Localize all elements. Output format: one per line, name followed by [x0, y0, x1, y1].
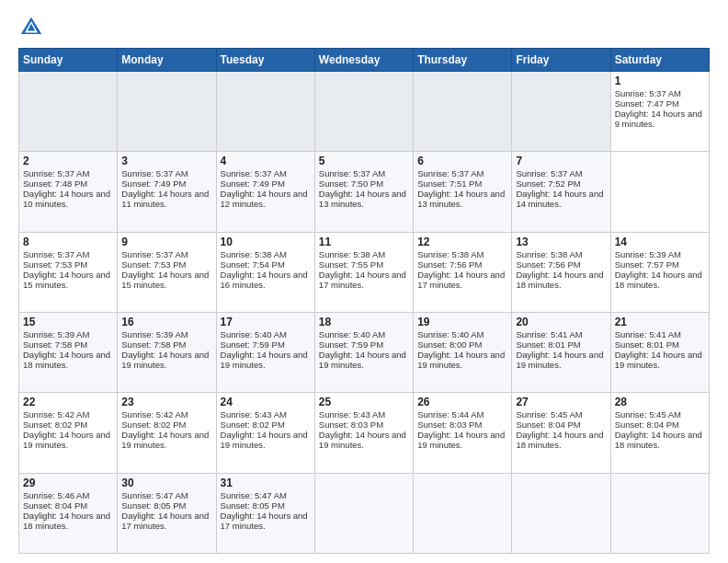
daylight-text: Daylight: 14 hours and 19 minutes.: [221, 430, 308, 450]
daylight-text: Daylight: 14 hours and 18 minutes.: [615, 270, 702, 290]
sunset-text: Sunset: 7:54 PM: [221, 259, 285, 270]
sunset-text: Sunset: 8:02 PM: [121, 419, 186, 430]
daylight-text: Daylight: 14 hours and 19 minutes.: [319, 350, 406, 370]
daylight-text: Daylight: 14 hours and 19 minutes.: [615, 350, 702, 370]
sunset-text: Sunset: 8:02 PM: [23, 419, 87, 430]
sunset-text: Sunset: 8:05 PM: [221, 500, 285, 511]
calendar-empty-cell: [216, 72, 314, 152]
day-number: 21: [615, 316, 705, 328]
sunrise-text: Sunrise: 5:39 AM: [23, 329, 89, 339]
daylight-text: Daylight: 14 hours and 18 minutes.: [23, 511, 110, 531]
daylight-text: Daylight: 14 hours and 13 minutes.: [319, 189, 406, 209]
sunset-text: Sunset: 8:03 PM: [319, 419, 383, 430]
sunset-text: Sunset: 8:03 PM: [417, 419, 482, 430]
sunset-text: Sunset: 7:58 PM: [23, 339, 87, 350]
calendar-empty-cell: [314, 72, 413, 152]
calendar-day-cell: 8 Sunrise: 5:37 AM Sunset: 7:53 PM Dayli…: [19, 232, 118, 312]
day-number: 23: [121, 396, 211, 408]
daylight-text: Daylight: 14 hours and 15 minutes.: [121, 270, 209, 290]
daylight-text: Daylight: 14 hours and 19 minutes.: [221, 350, 308, 370]
calendar-empty-cell: [19, 72, 118, 152]
day-number: 1: [615, 75, 705, 87]
sunset-text: Sunset: 7:48 PM: [23, 178, 87, 189]
calendar-empty-cell: [118, 72, 216, 152]
sunset-text: Sunset: 8:01 PM: [516, 339, 580, 350]
sunset-text: Sunset: 8:05 PM: [121, 500, 186, 511]
calendar-day-cell: 30 Sunrise: 5:47 AM Sunset: 8:05 PM Dayl…: [118, 473, 216, 553]
calendar-day-cell: 17 Sunrise: 5:40 AM Sunset: 7:59 PM Dayl…: [216, 312, 314, 392]
logo: [18, 15, 48, 40]
day-number: 17: [221, 316, 311, 328]
daylight-text: Daylight: 14 hours and 14 minutes.: [516, 189, 603, 209]
calendar-empty-cell: [512, 72, 610, 152]
daylight-text: Daylight: 14 hours and 18 minutes.: [615, 430, 702, 450]
calendar-day-cell: 25 Sunrise: 5:43 AM Sunset: 8:03 PM Dayl…: [314, 393, 413, 473]
sunset-text: Sunset: 8:04 PM: [23, 500, 87, 511]
daylight-text: Daylight: 14 hours and 19 minutes.: [417, 430, 505, 450]
sunset-text: Sunset: 8:01 PM: [615, 339, 679, 350]
sunrise-text: Sunrise: 5:37 AM: [417, 168, 483, 178]
daylight-text: Daylight: 14 hours and 16 minutes.: [221, 270, 308, 290]
day-number: 7: [516, 155, 606, 167]
sunset-text: Sunset: 7:59 PM: [319, 339, 383, 350]
logo-icon: [18, 15, 44, 40]
sunrise-text: Sunrise: 5:40 AM: [417, 329, 483, 339]
sunrise-text: Sunrise: 5:41 AM: [516, 329, 582, 339]
sunrise-text: Sunrise: 5:38 AM: [221, 249, 287, 259]
calendar-day-cell: 28 Sunrise: 5:45 AM Sunset: 8:04 PM Dayl…: [610, 393, 709, 473]
calendar-day-cell: 16 Sunrise: 5:39 AM Sunset: 7:58 PM Dayl…: [118, 312, 216, 392]
daylight-text: Daylight: 14 hours and 18 minutes.: [516, 270, 603, 290]
day-number: 18: [319, 316, 409, 328]
calendar-day-header: Friday: [512, 49, 610, 72]
day-number: 19: [417, 316, 507, 328]
calendar-day-cell: 23 Sunrise: 5:42 AM Sunset: 8:02 PM Dayl…: [118, 393, 216, 473]
daylight-text: Daylight: 14 hours and 12 minutes.: [221, 189, 308, 209]
day-number: 9: [121, 236, 211, 248]
daylight-text: Daylight: 14 hours and 19 minutes.: [319, 430, 406, 450]
calendar-day-header: Tuesday: [216, 49, 314, 72]
sunset-text: Sunset: 7:56 PM: [516, 259, 580, 270]
day-number: 27: [516, 396, 606, 408]
sunrise-text: Sunrise: 5:39 AM: [121, 329, 188, 339]
calendar-day-cell: 13 Sunrise: 5:38 AM Sunset: 7:56 PM Dayl…: [512, 232, 610, 312]
day-number: 29: [23, 477, 113, 489]
sunrise-text: Sunrise: 5:42 AM: [23, 409, 89, 419]
calendar-day-cell: 21 Sunrise: 5:41 AM Sunset: 8:01 PM Dayl…: [610, 312, 709, 392]
sunrise-text: Sunrise: 5:40 AM: [319, 329, 385, 339]
sunrise-text: Sunrise: 5:42 AM: [121, 409, 188, 419]
daylight-text: Daylight: 14 hours and 18 minutes.: [23, 350, 110, 370]
calendar-day-cell: 19 Sunrise: 5:40 AM Sunset: 8:00 PM Dayl…: [414, 312, 512, 392]
calendar-empty-cell: [414, 72, 512, 152]
sunrise-text: Sunrise: 5:47 AM: [221, 490, 287, 500]
calendar-day-cell: 14 Sunrise: 5:39 AM Sunset: 7:57 PM Dayl…: [610, 232, 709, 312]
calendar-week-row: 2 Sunrise: 5:37 AM Sunset: 7:48 PM Dayli…: [19, 152, 710, 232]
day-number: 15: [23, 316, 113, 328]
sunset-text: Sunset: 8:02 PM: [221, 419, 285, 430]
sunrise-text: Sunrise: 5:37 AM: [23, 249, 89, 259]
sunrise-text: Sunrise: 5:40 AM: [221, 329, 287, 339]
sunrise-text: Sunrise: 5:37 AM: [319, 168, 385, 178]
calendar-day-cell: 24 Sunrise: 5:43 AM Sunset: 8:02 PM Dayl…: [216, 393, 314, 473]
calendar-day-header: Monday: [118, 49, 216, 72]
day-number: 26: [417, 396, 507, 408]
sunrise-text: Sunrise: 5:43 AM: [319, 409, 385, 419]
day-number: 6: [417, 155, 507, 167]
daylight-text: Daylight: 14 hours and 17 minutes.: [417, 270, 505, 290]
sunrise-text: Sunrise: 5:38 AM: [417, 249, 483, 259]
day-number: 5: [319, 155, 409, 167]
sunset-text: Sunset: 7:49 PM: [121, 178, 186, 189]
day-number: 16: [121, 316, 211, 328]
calendar-empty-cell: [512, 473, 610, 553]
day-number: 8: [23, 236, 113, 248]
day-number: 3: [121, 155, 211, 167]
sunrise-text: Sunrise: 5:37 AM: [615, 88, 681, 98]
sunset-text: Sunset: 7:47 PM: [615, 98, 679, 109]
calendar-empty-cell: [610, 473, 709, 553]
calendar-day-cell: 5 Sunrise: 5:37 AM Sunset: 7:50 PM Dayli…: [314, 152, 413, 232]
sunset-text: Sunset: 7:56 PM: [417, 259, 482, 270]
calendar-day-cell: 31 Sunrise: 5:47 AM Sunset: 8:05 PM Dayl…: [216, 473, 314, 553]
sunrise-text: Sunrise: 5:38 AM: [516, 249, 582, 259]
sunrise-text: Sunrise: 5:41 AM: [615, 329, 681, 339]
calendar-day-cell: 12 Sunrise: 5:38 AM Sunset: 7:56 PM Dayl…: [414, 232, 512, 312]
sunrise-text: Sunrise: 5:39 AM: [615, 249, 681, 259]
